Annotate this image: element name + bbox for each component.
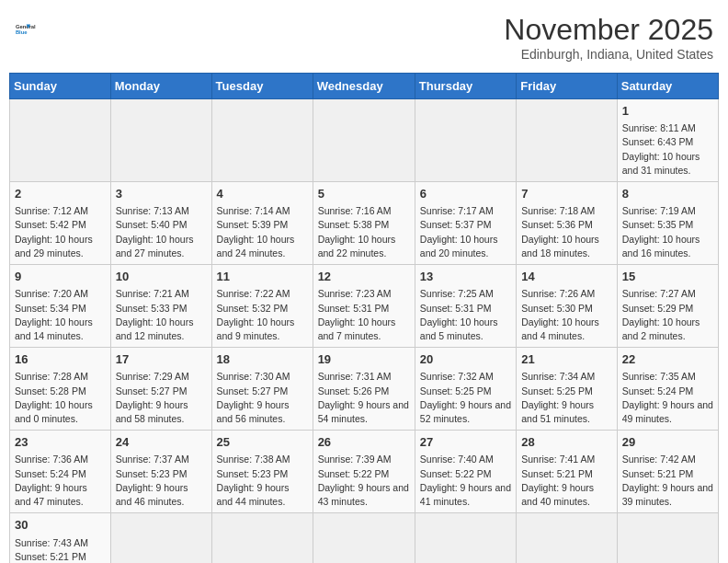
day-number: 25 bbox=[217, 434, 308, 451]
day-info: Sunrise: 7:16 AM Sunset: 5:38 PM Dayligh… bbox=[318, 204, 410, 260]
calendar-cell: 8Sunrise: 7:19 AM Sunset: 5:35 PM Daylig… bbox=[617, 182, 718, 265]
logo: General Blue bbox=[15, 13, 48, 46]
calendar-cell: 13Sunrise: 7:25 AM Sunset: 5:31 PM Dayli… bbox=[415, 265, 516, 348]
day-number: 30 bbox=[15, 517, 106, 534]
day-number: 12 bbox=[318, 269, 410, 285]
calendar-cell: 11Sunrise: 7:22 AM Sunset: 5:32 PM Dayli… bbox=[211, 265, 313, 348]
weekday-header-row: SundayMondayTuesdayWednesdayThursdayFrid… bbox=[10, 74, 719, 99]
day-number: 29 bbox=[622, 434, 713, 451]
calendar-cell: 29Sunrise: 7:42 AM Sunset: 5:21 PM Dayli… bbox=[617, 431, 718, 513]
calendar-cell bbox=[211, 513, 313, 563]
week-row-4: 23Sunrise: 7:36 AM Sunset: 5:24 PM Dayli… bbox=[10, 431, 719, 513]
svg-text:General: General bbox=[16, 24, 36, 29]
calendar-cell: 15Sunrise: 7:27 AM Sunset: 5:29 PM Dayli… bbox=[617, 265, 718, 348]
day-number: 1 bbox=[622, 103, 713, 120]
month-title: November 2025 bbox=[504, 13, 713, 47]
day-info: Sunrise: 7:32 AM Sunset: 5:25 PM Dayligh… bbox=[420, 370, 511, 426]
calendar-cell: 16Sunrise: 7:28 AM Sunset: 5:28 PM Dayli… bbox=[10, 348, 111, 431]
week-row-2: 9Sunrise: 7:20 AM Sunset: 5:34 PM Daylig… bbox=[10, 265, 719, 348]
day-number: 21 bbox=[521, 351, 612, 368]
day-info: Sunrise: 7:41 AM Sunset: 5:21 PM Dayligh… bbox=[521, 453, 612, 509]
weekday-header-wednesday: Wednesday bbox=[313, 74, 415, 99]
day-info: Sunrise: 7:22 AM Sunset: 5:32 PM Dayligh… bbox=[217, 287, 308, 343]
day-number: 7 bbox=[521, 186, 612, 202]
calendar-table: SundayMondayTuesdayWednesdayThursdayFrid… bbox=[9, 73, 719, 563]
day-number: 9 bbox=[15, 269, 106, 285]
day-number: 13 bbox=[420, 269, 511, 285]
day-info: Sunrise: 7:20 AM Sunset: 5:34 PM Dayligh… bbox=[15, 287, 106, 343]
day-info: Sunrise: 7:31 AM Sunset: 5:26 PM Dayligh… bbox=[318, 370, 410, 426]
day-info: Sunrise: 7:39 AM Sunset: 5:22 PM Dayligh… bbox=[318, 453, 410, 509]
day-number: 17 bbox=[116, 351, 207, 368]
calendar-cell: 6Sunrise: 7:17 AM Sunset: 5:37 PM Daylig… bbox=[415, 182, 516, 265]
week-row-1: 2Sunrise: 7:12 AM Sunset: 5:42 PM Daylig… bbox=[10, 182, 719, 265]
logo-icon: General Blue bbox=[15, 13, 48, 46]
calendar-cell: 21Sunrise: 7:34 AM Sunset: 5:25 PM Dayli… bbox=[517, 348, 618, 431]
calendar-cell: 4Sunrise: 7:14 AM Sunset: 5:39 PM Daylig… bbox=[211, 182, 313, 265]
week-row-0: 1Sunrise: 8:11 AM Sunset: 6:43 PM Daylig… bbox=[10, 99, 719, 182]
day-info: Sunrise: 7:17 AM Sunset: 5:37 PM Dayligh… bbox=[420, 204, 511, 260]
day-number: 6 bbox=[420, 186, 511, 202]
calendar-cell bbox=[415, 513, 516, 563]
calendar-cell: 28Sunrise: 7:41 AM Sunset: 5:21 PM Dayli… bbox=[517, 431, 618, 513]
calendar-cell: 7Sunrise: 7:18 AM Sunset: 5:36 PM Daylig… bbox=[517, 182, 618, 265]
calendar-cell bbox=[517, 99, 618, 182]
weekday-header-saturday: Saturday bbox=[617, 74, 718, 99]
calendar-cell: 1Sunrise: 8:11 AM Sunset: 6:43 PM Daylig… bbox=[617, 99, 718, 182]
day-info: Sunrise: 7:38 AM Sunset: 5:23 PM Dayligh… bbox=[217, 453, 308, 509]
weekday-header-monday: Monday bbox=[110, 74, 211, 99]
calendar-cell bbox=[211, 99, 313, 182]
day-number: 4 bbox=[217, 186, 308, 202]
day-info: Sunrise: 7:26 AM Sunset: 5:30 PM Dayligh… bbox=[521, 287, 612, 343]
calendar-cell: 19Sunrise: 7:31 AM Sunset: 5:26 PM Dayli… bbox=[313, 348, 415, 431]
calendar-cell: 18Sunrise: 7:30 AM Sunset: 5:27 PM Dayli… bbox=[211, 348, 313, 431]
day-number: 27 bbox=[420, 434, 511, 451]
calendar-cell bbox=[313, 513, 415, 563]
calendar-cell bbox=[415, 99, 516, 182]
day-info: Sunrise: 7:19 AM Sunset: 5:35 PM Dayligh… bbox=[622, 204, 713, 260]
weekday-header-sunday: Sunday bbox=[10, 74, 111, 99]
weekday-header-friday: Friday bbox=[517, 74, 618, 99]
calendar-cell: 14Sunrise: 7:26 AM Sunset: 5:30 PM Dayli… bbox=[517, 265, 618, 348]
day-info: Sunrise: 7:25 AM Sunset: 5:31 PM Dayligh… bbox=[420, 287, 511, 343]
day-info: Sunrise: 7:12 AM Sunset: 5:42 PM Dayligh… bbox=[15, 204, 106, 260]
day-info: Sunrise: 7:28 AM Sunset: 5:28 PM Dayligh… bbox=[15, 370, 106, 426]
day-number: 28 bbox=[521, 434, 612, 451]
page-header: General Blue November 2025 Edinburgh, In… bbox=[9, 9, 719, 65]
calendar-cell: 23Sunrise: 7:36 AM Sunset: 5:24 PM Dayli… bbox=[10, 431, 111, 513]
calendar-cell: 25Sunrise: 7:38 AM Sunset: 5:23 PM Dayli… bbox=[211, 431, 313, 513]
day-number: 14 bbox=[521, 269, 612, 285]
day-number: 8 bbox=[622, 186, 713, 202]
calendar-cell: 30Sunrise: 7:43 AM Sunset: 5:21 PM Dayli… bbox=[10, 513, 111, 563]
day-info: Sunrise: 7:35 AM Sunset: 5:24 PM Dayligh… bbox=[622, 370, 713, 426]
calendar-cell: 22Sunrise: 7:35 AM Sunset: 5:24 PM Dayli… bbox=[617, 348, 718, 431]
day-info: Sunrise: 7:18 AM Sunset: 5:36 PM Dayligh… bbox=[521, 204, 612, 260]
calendar-cell bbox=[110, 99, 211, 182]
day-info: Sunrise: 7:27 AM Sunset: 5:29 PM Dayligh… bbox=[622, 287, 713, 343]
day-number: 18 bbox=[217, 351, 308, 368]
calendar-cell bbox=[517, 513, 618, 563]
day-info: Sunrise: 7:36 AM Sunset: 5:24 PM Dayligh… bbox=[15, 453, 106, 509]
day-number: 15 bbox=[622, 269, 713, 285]
calendar-cell bbox=[313, 99, 415, 182]
day-info: Sunrise: 7:30 AM Sunset: 5:27 PM Dayligh… bbox=[217, 370, 308, 426]
day-info: Sunrise: 8:11 AM Sunset: 6:43 PM Dayligh… bbox=[622, 121, 713, 178]
calendar-cell: 2Sunrise: 7:12 AM Sunset: 5:42 PM Daylig… bbox=[10, 182, 111, 265]
day-number: 3 bbox=[116, 186, 207, 202]
day-number: 20 bbox=[420, 351, 511, 368]
calendar-cell: 26Sunrise: 7:39 AM Sunset: 5:22 PM Dayli… bbox=[313, 431, 415, 513]
calendar-cell: 12Sunrise: 7:23 AM Sunset: 5:31 PM Dayli… bbox=[313, 265, 415, 348]
day-info: Sunrise: 7:42 AM Sunset: 5:21 PM Dayligh… bbox=[622, 453, 713, 509]
location: Edinburgh, Indiana, United States bbox=[504, 47, 713, 62]
day-number: 2 bbox=[15, 186, 106, 202]
svg-text:Blue: Blue bbox=[16, 29, 28, 35]
day-info: Sunrise: 7:14 AM Sunset: 5:39 PM Dayligh… bbox=[217, 204, 308, 260]
calendar-cell bbox=[617, 513, 718, 563]
day-number: 5 bbox=[318, 186, 410, 202]
weekday-header-thursday: Thursday bbox=[415, 74, 516, 99]
day-info: Sunrise: 7:23 AM Sunset: 5:31 PM Dayligh… bbox=[318, 287, 410, 343]
calendar-cell: 10Sunrise: 7:21 AM Sunset: 5:33 PM Dayli… bbox=[110, 265, 211, 348]
title-block: November 2025 Edinburgh, Indiana, United… bbox=[504, 13, 713, 62]
day-info: Sunrise: 7:21 AM Sunset: 5:33 PM Dayligh… bbox=[116, 287, 207, 343]
day-number: 26 bbox=[318, 434, 410, 451]
